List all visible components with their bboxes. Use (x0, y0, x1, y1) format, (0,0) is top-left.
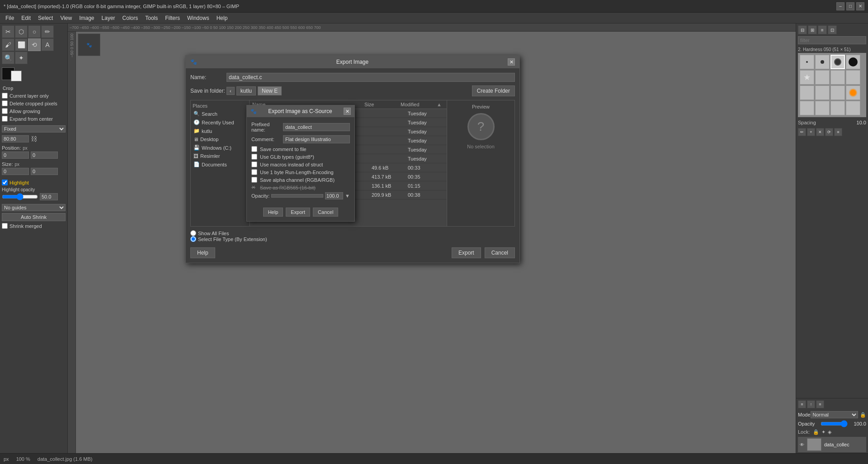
nav-back-button[interactable]: ‹ (226, 87, 235, 95)
brush-cell[interactable] (800, 85, 814, 100)
brush-filter-input[interactable] (800, 38, 864, 43)
brush-btn-refresh[interactable]: ⟳ (825, 128, 833, 136)
brush-cell[interactable] (830, 85, 845, 100)
brush-cell[interactable] (846, 85, 860, 100)
use-glib-row[interactable]: Use GLib types (guint8*) (251, 154, 350, 160)
places-documents[interactable]: 📄 Documents (193, 160, 247, 169)
brush-cell[interactable] (815, 55, 830, 69)
auto-shrink-button[interactable]: Auto Shrink (2, 213, 66, 221)
use-rle-checkbox[interactable] (251, 169, 257, 175)
menu-select[interactable]: Select (34, 14, 57, 22)
minimize-button[interactable]: – (836, 2, 844, 10)
allow-growing-checkbox[interactable] (2, 108, 8, 114)
brush-cell[interactable]: ★ (800, 70, 814, 85)
brush-btn-edit[interactable]: ✏ (798, 128, 806, 136)
csource-cancel-button[interactable]: Cancel (313, 208, 338, 217)
export-cancel-button[interactable]: Cancel (485, 247, 515, 258)
places-desktop[interactable]: 🖥 Desktop (193, 135, 247, 143)
delete-cropped-checkbox[interactable] (2, 100, 8, 106)
places-kutlu[interactable]: 📁 kutlu (193, 127, 247, 135)
menu-colors[interactable]: Colors (119, 14, 142, 22)
expand-center-checkbox[interactable] (2, 116, 8, 122)
option-delete-cropped[interactable]: Delete cropped pixels (2, 99, 66, 107)
brush-cell[interactable] (846, 70, 860, 85)
option-current-layer[interactable]: Current layer only (2, 92, 66, 99)
menu-layer[interactable]: Layer (98, 14, 119, 22)
maximize-button[interactable]: □ (846, 2, 854, 10)
menu-edit[interactable]: Edit (18, 14, 34, 22)
brush-cell-selected[interactable] (830, 55, 845, 69)
export-button[interactable]: Export (452, 247, 481, 258)
layer-btn-2[interactable]: ↑ (807, 400, 815, 408)
layer-btn-3[interactable]: ≡ (816, 400, 824, 408)
tool-scissors[interactable]: ✂ (2, 25, 14, 38)
option-expand-center[interactable]: Expand from center (2, 115, 66, 123)
save-alpha-row[interactable]: Save alpha channel (RGBA/RGB) (251, 177, 350, 183)
highlight-checkbox[interactable] (2, 180, 8, 185)
brush-cell[interactable] (815, 85, 830, 100)
brush-btn-menu[interactable]: ≡ (834, 128, 842, 136)
brush-cell[interactable] (815, 70, 830, 85)
highlight-opacity-slider[interactable] (2, 193, 38, 200)
csource-close-button[interactable]: ✕ (344, 108, 351, 115)
use-rle-row[interactable]: Use 1 byte Run-Length-Encoding (251, 169, 350, 175)
layer-row[interactable]: 👁 data_collec (798, 437, 866, 452)
layer-visibility-icon[interactable]: 👁 (800, 442, 804, 447)
brush-tool-btn-2[interactable]: ⊞ (808, 25, 817, 34)
menu-view[interactable]: View (57, 14, 75, 22)
highlight-row[interactable]: Highlight (2, 179, 66, 186)
position-x-input[interactable] (2, 152, 29, 159)
menu-file[interactable]: File (2, 14, 18, 22)
menu-image[interactable]: Image (75, 14, 98, 22)
prefixed-name-input[interactable] (283, 123, 350, 131)
size-ratio-input[interactable] (2, 135, 29, 142)
brush-cell[interactable] (846, 101, 860, 115)
sort-icon[interactable]: ▲ (437, 102, 444, 107)
menu-tools[interactable]: Tools (142, 14, 161, 22)
places-search[interactable]: 🔍 Search (193, 109, 247, 118)
size-y-input[interactable] (31, 168, 58, 175)
places-windows[interactable]: 💾 Windows (C:) (193, 143, 247, 152)
tool-crop[interactable]: ⟲ (28, 38, 41, 51)
breadcrumb-newe[interactable]: New E (258, 86, 282, 95)
csource-help-button[interactable]: Help (263, 208, 283, 217)
tool-rect[interactable]: ⬜ (15, 38, 28, 51)
lock-move-btn[interactable]: ✦ (821, 429, 826, 435)
brush-cell[interactable] (800, 55, 814, 69)
tool-move[interactable]: ✦ (15, 52, 28, 64)
position-y-input[interactable] (31, 152, 58, 159)
guides-select[interactable]: No guides (2, 204, 66, 211)
places-resimler[interactable]: 🖼 Resimler (193, 152, 247, 160)
layer-btn-1[interactable]: ≡ (798, 400, 806, 408)
tool-pencil[interactable]: ✏ (41, 25, 54, 38)
chain-icon[interactable]: ⛓ (31, 135, 37, 142)
brush-btn-add[interactable]: + (807, 128, 815, 136)
breadcrumb-kutlu[interactable]: kutlu (236, 86, 256, 95)
show-all-radio[interactable] (190, 230, 196, 236)
use-glib-checkbox[interactable] (251, 154, 257, 160)
mode-select[interactable]: Normal (811, 411, 858, 418)
brush-cell[interactable] (815, 101, 830, 115)
mode-lock-icon[interactable]: 🔒 (860, 412, 866, 418)
opacity-input[interactable] (325, 192, 343, 199)
opacity-slider[interactable] (271, 194, 323, 198)
tool-text[interactable]: A (41, 38, 54, 51)
csource-export-button[interactable]: Export (286, 208, 310, 217)
tool-ellipse[interactable]: ○ (28, 25, 41, 38)
filename-input[interactable] (226, 73, 515, 82)
menu-help[interactable]: Help (213, 14, 231, 22)
comment-input[interactable] (283, 135, 350, 143)
aspect-ratio-select[interactable]: Fixed Free (2, 125, 66, 133)
brush-tool-btn-3[interactable]: ≡ (818, 25, 827, 34)
tool-brush[interactable]: 🖌 (2, 38, 14, 51)
tool-fuzzy[interactable]: ⬡ (15, 25, 28, 38)
filter-row[interactable] (798, 36, 866, 44)
save-comment-checkbox[interactable] (251, 146, 257, 152)
size-x-input[interactable] (2, 168, 29, 175)
tool-zoom[interactable]: 🔍 (2, 52, 14, 64)
show-all-files-row[interactable]: Show All Files (190, 230, 515, 236)
highlight-opacity-input[interactable] (40, 193, 58, 200)
places-recently-used[interactable]: 🕐 Recently Used (193, 118, 247, 127)
lock-pixel-btn[interactable]: 🔒 (813, 429, 819, 435)
shrink-merged-checkbox[interactable] (2, 223, 8, 229)
